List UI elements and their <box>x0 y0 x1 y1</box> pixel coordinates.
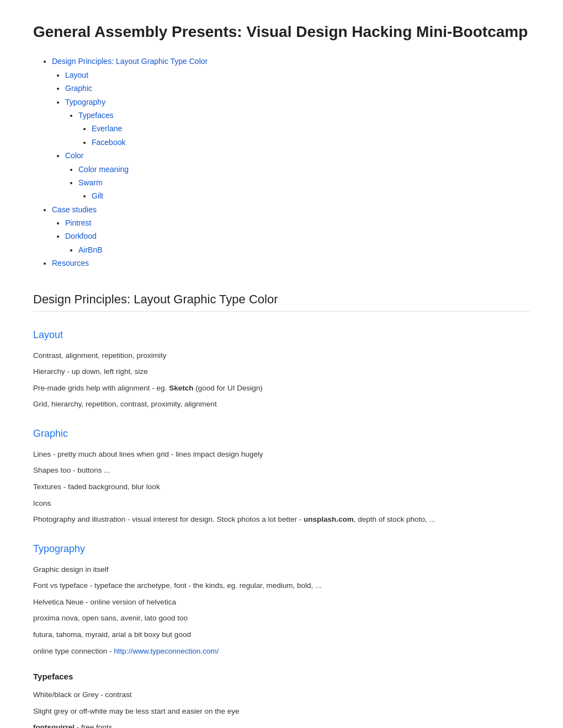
toc-link-everlane[interactable]: Everlane <box>92 124 122 133</box>
toc-item-resources: Resources <box>52 257 530 269</box>
layout-p1: Contrast, alignment, repetition, proximi… <box>33 350 530 362</box>
toc-item-graphic: Graphic <box>65 82 530 94</box>
toc-link-color-meaning[interactable]: Color meaning <box>78 165 129 174</box>
typefaces-heading: Typefaces <box>33 670 530 683</box>
toc-link-pintrest[interactable]: Pintrest <box>65 218 91 227</box>
toc-item-design-principles: Design Principles: Layout Graphic Type C… <box>52 55 530 202</box>
toc-link-airbnb[interactable]: AirBnB <box>78 245 103 254</box>
typography-p3: Helvetica Neue - online version of helve… <box>33 596 530 608</box>
typography-p1: Graphic design in itself <box>33 564 530 576</box>
typefaces-p3: fontsquirrel - free fonts <box>33 721 530 728</box>
layout-p2: Hierarchy - up down, left right, size <box>33 366 530 378</box>
typography-heading: Typography <box>33 541 530 557</box>
toc-item-swarm: Swarm Gilt <box>78 176 530 202</box>
graphic-heading: Graphic <box>33 426 530 442</box>
graphic-p3: Textures - faded background, blur look <box>33 481 530 493</box>
page-title: General Assembly Presents: Visual Design… <box>33 22 530 42</box>
toc-item-case-studies: Case studies Pintrest Dorkfood AirBnB <box>52 204 530 256</box>
graphic-p5: Photography and illustration - visual in… <box>33 513 530 526</box>
toc-link-swarm[interactable]: Swarm <box>78 178 103 187</box>
toc-item-typography: Typography Typefaces Everlane Facebook <box>65 96 530 149</box>
typography-p5: futura, tahoma, myraid, arial a bit boxy… <box>33 629 530 641</box>
toc-item-gilt: Gilt <box>92 190 530 202</box>
toc-link-typography[interactable]: Typography <box>65 98 105 106</box>
toc-item-typefaces: Typefaces Everlane Facebook <box>78 109 530 148</box>
toc-item-everlane: Everlane <box>92 122 530 135</box>
typefaces-p1: White/black or Grey - contrast <box>33 689 530 701</box>
toc-item-color-meaning: Color meaning <box>78 163 530 175</box>
fontsquirrel-bold: fontsquirrel <box>33 723 75 728</box>
toc-link-design-principles[interactable]: Design Principles: Layout Graphic Type C… <box>52 57 208 66</box>
toc-link-facebook[interactable]: Facebook <box>92 138 125 147</box>
toc-link-case-studies[interactable]: Case studies <box>52 205 97 214</box>
toc-link-color[interactable]: Color <box>65 151 83 160</box>
graphic-p1: Lines - pretty much about lines when gri… <box>33 448 530 461</box>
typography-p4: proxima nova, open sans, avenir, lato go… <box>33 612 530 624</box>
toc-link-resources[interactable]: Resources <box>52 259 89 267</box>
sketch-bold: Sketch <box>169 384 193 392</box>
toc-item-color: Color Color meaning Swarm Gilt <box>65 149 530 202</box>
typography-p6: online type connection - http://www.type… <box>33 645 530 657</box>
layout-p4: Grid, hierarchy, repetition, contrast, p… <box>33 398 530 410</box>
typography-p2: Font vs typeface - typeface the archetyp… <box>33 580 530 592</box>
toc-link-layout[interactable]: Layout <box>65 71 88 79</box>
unsplash-bold: unsplash.com <box>304 515 354 523</box>
table-of-contents: Design Principles: Layout Graphic Type C… <box>33 55 530 269</box>
toc-item-dorkfood: Dorkfood AirBnB <box>65 230 530 256</box>
toc-item-pintrest: Pintrest <box>65 217 530 229</box>
toc-item-facebook: Facebook <box>92 136 530 148</box>
toc-link-gilt[interactable]: Gilt <box>92 191 103 200</box>
layout-p3: Pre-made grids help with alignment - eg.… <box>33 382 530 394</box>
toc-item-layout: Layout <box>65 69 530 81</box>
toc-link-graphic[interactable]: Graphic <box>65 84 92 93</box>
typeconnection-link[interactable]: http://www.typeconnection.com/ <box>114 647 219 655</box>
toc-link-typefaces[interactable]: Typefaces <box>78 111 114 120</box>
toc-item-airbnb: AirBnB <box>78 244 530 256</box>
toc-link-dorkfood[interactable]: Dorkfood <box>65 232 97 240</box>
layout-heading: Layout <box>33 327 530 343</box>
design-principles-heading: Design Principles: Layout Graphic Type C… <box>33 290 530 312</box>
graphic-p4: Icons <box>33 497 530 510</box>
graphic-p2: Shapes too - buttons ... <box>33 464 530 477</box>
typefaces-p2: Slight grey or off-white may be less sta… <box>33 705 530 718</box>
